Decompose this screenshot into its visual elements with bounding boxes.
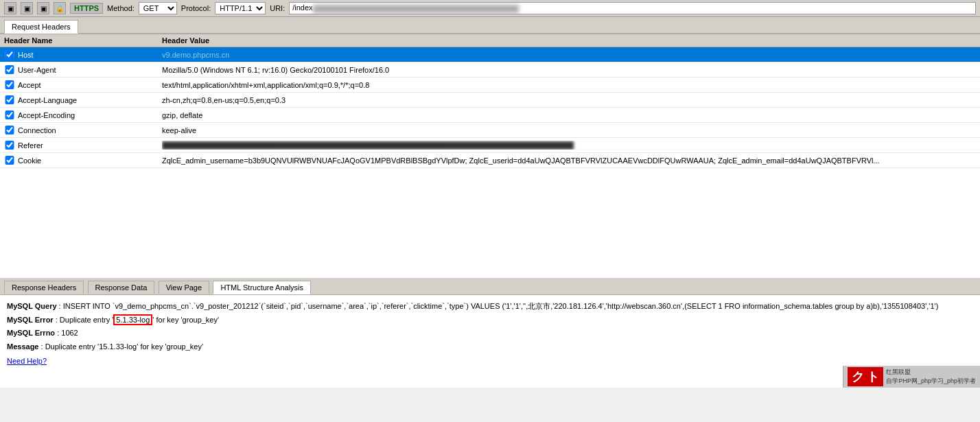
table-rows: Hostv9.demo.phpcms.cnUser-AgentMozilla/5… xyxy=(0,47,980,168)
row-header-value: gzip, deflate xyxy=(162,111,976,119)
tab-view-page[interactable]: View Page xyxy=(159,281,209,294)
logo-icon: ク ト xyxy=(848,367,884,386)
row-header-name: Accept-Language xyxy=(18,96,162,104)
row-header-value: keep-alive xyxy=(162,126,976,134)
btn-1[interactable]: ▣ xyxy=(4,2,16,14)
mysql-query: MySQL Query : INSERT INTO `v9_demo_phpcm… xyxy=(7,301,973,313)
mysql-message: Message : Duplicate entry '15.1.33-log' … xyxy=(7,341,973,353)
error-highlight: 5.1.33-log xyxy=(113,314,152,325)
row-header-value: http://webscan.360.cn/(SELECT 1 FROM inf… xyxy=(162,141,976,150)
row-header-value: ZqlcE_admin_username=b3b9UQNVUlRWBVNUAFc… xyxy=(162,156,976,165)
protocol-select[interactable]: HTTP/1.1 HTTP/2 xyxy=(215,2,266,14)
https-badge: HTTPS xyxy=(70,3,103,14)
table-row[interactable]: Hostv9.demo.phpcms.cn xyxy=(0,47,980,62)
row-header-value: zh-cn,zh;q=0.8,en-us;q=0.5,en;q=0.3 xyxy=(162,96,976,104)
tab-request-headers[interactable]: Request Headers xyxy=(4,20,78,34)
bottom-tabs-bar: Response Headers Response Data View Page… xyxy=(0,278,980,295)
bottom-content: MySQL Query : INSERT INTO `v9_demo_phpcm… xyxy=(0,295,980,388)
row-checkbox[interactable] xyxy=(4,50,15,59)
logo-area: ク ト 红黑联盟 自学PHP网_php学习_php初学者 xyxy=(843,366,980,388)
table-row[interactable]: Accept-Languagezh-cn,zh;q=0.8,en-us;q=0.… xyxy=(0,93,980,108)
request-headers-tabs: Request Headers xyxy=(0,17,980,34)
row-header-value: v9.demo.phpcms.cn xyxy=(162,51,976,59)
top-bar: ▣ ▣ ▣ 🔒 HTTPS Method: GET POST Protocol:… xyxy=(0,0,980,17)
need-help-link[interactable]: Need Help? xyxy=(7,357,47,365)
lock-icon: 🔒 xyxy=(54,2,66,14)
uri-label: URI: xyxy=(270,4,285,12)
table-row[interactable]: CookieZqlcE_admin_username=b3b9UQNVUlRWB… xyxy=(0,153,980,168)
tab-html-structure[interactable]: HTML Structure Analysis xyxy=(213,281,311,294)
bottom-wrapper: Response Headers Response Data View Page… xyxy=(0,278,980,388)
request-headers-panel: Header Name Header Value Hostv9.demo.php… xyxy=(0,34,980,278)
row-checkbox[interactable] xyxy=(4,110,15,119)
row-checkbox[interactable] xyxy=(4,65,15,74)
method-label: Method: xyxy=(107,4,135,12)
uri-value: /index xyxy=(289,2,976,14)
row-header-name: Accept-Encoding xyxy=(18,111,162,119)
row-header-name: Referer xyxy=(18,141,162,150)
row-checkbox[interactable] xyxy=(4,141,15,150)
row-header-name: Cookie xyxy=(18,156,162,165)
btn-2[interactable]: ▣ xyxy=(21,2,33,14)
col-header-value: Header Value xyxy=(162,36,209,45)
row-header-name: Accept xyxy=(18,81,162,89)
row-checkbox[interactable] xyxy=(4,80,15,89)
table-row[interactable]: Accepttext/html,application/xhtml+xml,ap… xyxy=(0,78,980,93)
row-header-name: Connection xyxy=(18,126,162,134)
tab-response-data[interactable]: Response Data xyxy=(88,281,155,294)
mysql-errno: MySQL Errno : 1062 xyxy=(7,327,973,340)
row-checkbox[interactable] xyxy=(4,95,15,104)
btn-3[interactable]: ▣ xyxy=(37,2,49,14)
row-header-value: text/html,application/xhtml+xml,applicat… xyxy=(162,81,976,89)
col-header-name: Header Name xyxy=(4,36,162,45)
mysql-error: MySQL Error : Duplicate entry '5.1.33-lo… xyxy=(7,314,973,327)
table-row[interactable]: User-AgentMozilla/5.0 (Windows NT 6.1; r… xyxy=(0,62,980,78)
row-checkbox[interactable] xyxy=(4,156,15,165)
method-select[interactable]: GET POST xyxy=(139,2,177,14)
table-row[interactable]: Connectionkeep-alive xyxy=(0,123,980,138)
table-row[interactable]: Accept-Encodinggzip, deflate xyxy=(0,108,980,123)
row-header-name: Host xyxy=(18,51,162,59)
protocol-label: Protocol: xyxy=(181,4,211,12)
row-header-name: User-Agent xyxy=(18,66,162,74)
row-checkbox[interactable] xyxy=(4,126,15,134)
row-header-value: Mozilla/5.0 (Windows NT 6.1; rv:16.0) Ge… xyxy=(162,66,976,74)
logo-text: 红黑联盟 自学PHP网_php学习_php初学者 xyxy=(886,368,976,385)
table-row[interactable]: Refererhttp://webscan.360.cn/(SELECT 1 F… xyxy=(0,138,980,153)
table-header: Header Name Header Value xyxy=(0,34,980,47)
tab-response-headers[interactable]: Response Headers xyxy=(4,281,84,294)
